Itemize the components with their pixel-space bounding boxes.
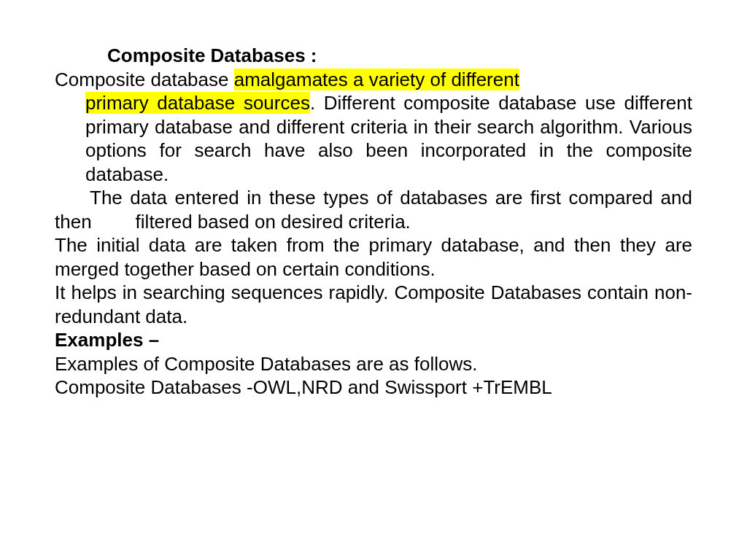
examples-intro: Examples of Composite Databases are as f… — [55, 352, 692, 376]
paragraph-3: The initial data are taken from the prim… — [55, 233, 692, 281]
examples-list: Composite Databases -OWL,NRD and Swisspo… — [55, 376, 692, 400]
para1-lead: Composite database — [55, 69, 234, 90]
examples-label: Examples – — [55, 328, 692, 352]
paragraph-1-line1: Composite database amalgamates a variety… — [55, 68, 692, 92]
para2-text-b: filtered based on desired criteria. — [136, 211, 411, 233]
paragraph-2: The data entered in these types of datab… — [55, 186, 692, 233]
slide-title: Composite Databases : — [55, 44, 692, 68]
paragraph-1: Composite database amalgamates a variety… — [55, 68, 692, 187]
highlight-span-2: primary database sources — [85, 92, 310, 114]
paragraph-4: It helps in searching sequences rapidly.… — [55, 281, 692, 328]
highlight-span-1: amalgamates a variety of different — [234, 69, 519, 90]
slide-content: Composite Databases : Composite database… — [55, 44, 692, 400]
paragraph-1-rest: primary database sources. Different comp… — [55, 91, 692, 186]
